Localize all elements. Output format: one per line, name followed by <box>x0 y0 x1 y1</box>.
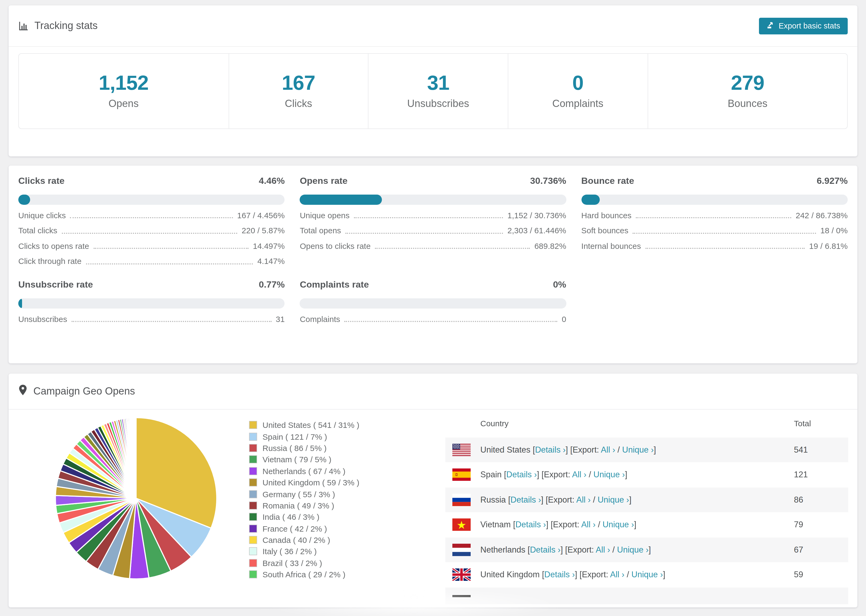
dotted-leader <box>86 263 253 264</box>
rate-progress-fill <box>300 195 382 205</box>
rate-detail-row: Complaints0 <box>300 311 567 327</box>
rate-detail-label: Internal bounces <box>581 241 641 250</box>
rate-detail-row: Total clicks220 / 5.87% <box>18 223 285 238</box>
rate-value: 6.927% <box>817 176 848 187</box>
legend-label: Russia ( 86 / 5% ) <box>263 443 326 453</box>
details-link[interactable]: Details › <box>530 545 561 554</box>
geo-table-row: Netherlands [Details ›] [Export: All › /… <box>446 537 848 562</box>
rate-title: Unsubscribe rate <box>18 280 93 290</box>
stat-label: Bounces <box>728 98 768 110</box>
summary-stat-complaints: 0Complaints <box>508 54 647 129</box>
legend-item: Netherlands ( 67 / 4% ) <box>249 465 359 477</box>
map-pin-icon <box>18 384 27 398</box>
legend-label: Vietnam ( 79 / 5% ) <box>263 455 331 464</box>
export-all-link[interactable]: All › <box>610 570 625 579</box>
geo-table-row: Spain [Details ›] [Export: All › / Uniqu… <box>446 462 848 487</box>
geo-row-total: 86 <box>794 495 803 505</box>
rate-header: Bounce rate6.927% <box>581 175 848 187</box>
details-link[interactable]: Details › <box>544 570 575 579</box>
geo-row-country-cell: Netherlands [Details ›] [Export: All › /… <box>446 545 651 555</box>
legend-item: Spain ( 121 / 7% ) <box>249 431 359 442</box>
geo-row-country-cell: Russia [Details ›] [Export: All › / Uniq… <box>446 495 631 505</box>
export-unique-link[interactable]: Unique › <box>594 470 625 479</box>
export-unique-link[interactable]: Unique › <box>598 495 629 504</box>
rate-header: Complaints rate0% <box>300 279 567 291</box>
export-all-link[interactable]: All › <box>576 495 590 504</box>
rate-detail-row: Unique opens1,152 / 30.736% <box>300 207 567 223</box>
geo-table-row: United Kingdom [Details ›] [Export: All … <box>446 562 848 587</box>
export-all-link[interactable]: All › <box>601 445 615 454</box>
legend-item: Romania ( 49 / 3% ) <box>249 500 359 511</box>
legend-item: France ( 42 / 2% ) <box>249 523 359 534</box>
legend-label: Canada ( 40 / 2% ) <box>263 535 330 545</box>
summary-stat-bounces: 279Bounces <box>647 54 847 129</box>
legend-label: Romania ( 49 / 3% ) <box>263 501 334 510</box>
rate-detail-label: Opens to clicks rate <box>300 241 371 250</box>
tracking-stats-title: Tracking stats <box>35 20 98 32</box>
rate-value: 4.46% <box>259 176 285 187</box>
export-unique-link[interactable]: Unique › <box>617 545 649 554</box>
stat-value: 31 <box>427 72 449 93</box>
legend-item: United Kingdom ( 59 / 3% ) <box>249 477 359 488</box>
rate-header: Unsubscribe rate0.77% <box>18 279 285 291</box>
legend-swatch <box>249 490 257 498</box>
campaign-stats-page: Tracking stats Export basic stats 1,152O… <box>0 0 866 616</box>
summary-stat-opens: 1,152Opens <box>19 54 228 129</box>
rate-progress-bar <box>18 298 285 308</box>
stat-value: 167 <box>282 72 315 93</box>
export-all-link[interactable]: All › <box>581 520 595 529</box>
details-link[interactable]: Details › <box>515 520 546 529</box>
stat-label: Complaints <box>553 98 603 110</box>
rate-detail-row: Total opens2,303 / 61.446% <box>300 223 567 238</box>
export-all-link[interactable]: All › <box>596 545 610 554</box>
export-basic-stats-button[interactable]: Export basic stats <box>759 17 848 34</box>
export-all-link[interactable]: All › <box>572 470 586 479</box>
dotted-leader <box>345 321 557 322</box>
rate-detail-value: 19 / 6.81% <box>809 241 848 250</box>
rate-detail-row: Opens to clicks rate689.82% <box>300 238 567 253</box>
legend-item: India ( 46 / 3% ) <box>249 511 359 523</box>
details-link[interactable]: Details › <box>506 470 537 479</box>
country-column-header: Country <box>446 419 509 428</box>
details-link[interactable]: Details › <box>535 445 565 454</box>
country-name: Russia <box>480 495 506 504</box>
total-column-header: Total <box>794 419 811 428</box>
geo-opens-pie-chart[interactable] <box>54 416 218 580</box>
rate-detail-row: Hard bounces242 / 86.738% <box>581 207 848 223</box>
export-unique-link[interactable]: Unique › <box>602 520 634 529</box>
rate-title: Bounce rate <box>581 176 634 187</box>
rates-card: Clicks rate4.46%Unique clicks167 / 4.456… <box>9 165 857 363</box>
rate-detail-value: 31 <box>276 314 285 324</box>
country-name: United States <box>480 445 531 454</box>
rate-title: Clicks rate <box>18 176 65 187</box>
details-link[interactable]: Details › <box>510 495 541 504</box>
legend-item: Brazil ( 33 / 2% ) <box>249 557 359 569</box>
summary-stat-unsubscribes: 31Unsubscribes <box>368 54 507 129</box>
dotted-leader <box>345 233 503 234</box>
rate-progress-bar <box>300 298 567 308</box>
stat-value: 0 <box>572 72 583 93</box>
export-button-label: Export basic stats <box>779 22 840 30</box>
rate-detail-value: 18 / 0% <box>820 226 848 235</box>
rate-header: Clicks rate4.46% <box>18 175 285 187</box>
rate-detail-value: 689.82% <box>534 241 566 250</box>
legend-item: Italy ( 36 / 2% ) <box>249 546 359 558</box>
rate-detail-row: Unsubscribes31 <box>18 311 285 327</box>
export-unique-link[interactable]: Unique › <box>622 445 653 454</box>
rate-detail-value: 2,303 / 61.446% <box>507 226 567 235</box>
legend-item: Germany ( 55 / 3% ) <box>249 488 359 500</box>
geo-opens-card: Campaign Geo Opens United States ( 541 /… <box>9 374 857 607</box>
dotted-leader <box>375 248 530 249</box>
stat-value: 279 <box>731 72 764 93</box>
stat-label: Clicks <box>285 98 312 110</box>
rate-detail-label: Total opens <box>300 226 341 235</box>
export-unique-link[interactable]: Unique › <box>631 570 663 579</box>
legend-label: Italy ( 36 / 2% ) <box>263 547 317 556</box>
rate-detail-value: 167 / 4.456% <box>237 211 285 220</box>
export-prefix: Export: <box>567 545 594 554</box>
geo-opens-title: Campaign Geo Opens <box>33 385 135 397</box>
rate-detail-row: Click through rate4.147% <box>18 253 285 269</box>
legend-label: India ( 46 / 3% ) <box>263 512 320 522</box>
legend-swatch <box>249 421 257 429</box>
geo-row-country-cell: United Kingdom [Details ›] [Export: All … <box>446 570 665 580</box>
